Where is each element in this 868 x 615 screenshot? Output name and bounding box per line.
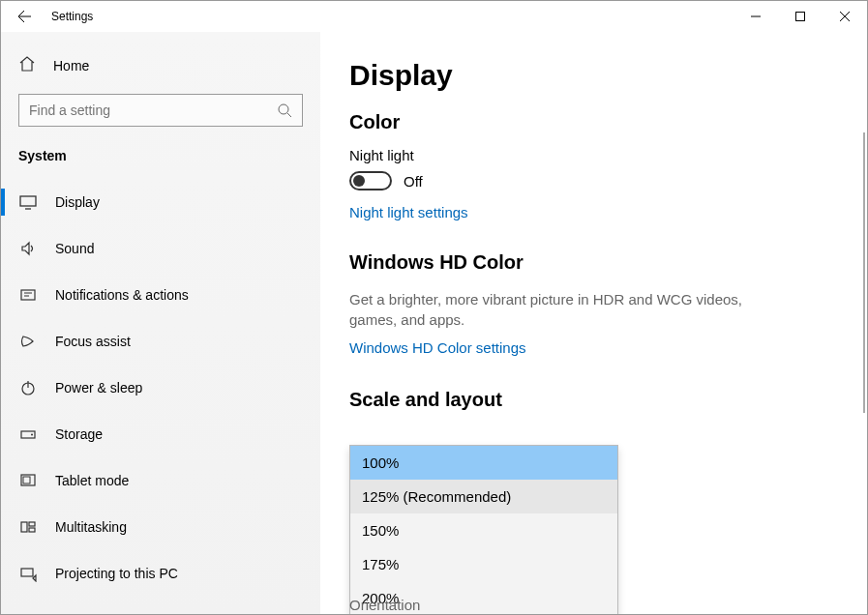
sidebar-item-label: Power & sleep [55, 380, 142, 395]
home-icon [18, 55, 36, 76]
sidebar-item-projecting[interactable]: Projecting to this PC [1, 550, 320, 597]
close-button[interactable] [823, 1, 867, 32]
hd-color-heading: Windows HD Color [349, 251, 828, 274]
display-icon [18, 192, 38, 212]
search-icon [278, 103, 292, 118]
storage-icon [18, 425, 38, 444]
svg-rect-13 [21, 522, 27, 532]
color-heading: Color [349, 111, 828, 133]
home-nav-item[interactable]: Home [1, 45, 320, 86]
night-light-state: Off [404, 173, 423, 190]
multitasking-icon [18, 517, 38, 537]
vertical-scrollbar[interactable] [863, 132, 865, 413]
page-title: Display [349, 59, 828, 92]
night-light-toggle-row: Off [349, 171, 828, 190]
search-input[interactable] [29, 102, 261, 118]
sidebar-nav-list: DisplaySoundNotifications & actionsFocus… [1, 179, 320, 597]
sidebar-item-focus[interactable]: Focus assist [1, 318, 320, 365]
sidebar-item-label: Sound [55, 241, 94, 256]
sidebar-item-power[interactable]: Power & sleep [1, 365, 320, 411]
hd-color-section: Windows HD Color Get a brighter, more vi… [349, 251, 828, 371]
sidebar-item-label: Storage [55, 426, 103, 442]
sidebar: Home System DisplaySoundNotifications & … [1, 32, 320, 614]
svg-rect-6 [21, 290, 35, 300]
scale-dropdown-open[interactable]: 100%125% (Recommended)150%175%200%225% [349, 445, 618, 614]
sidebar-item-label: Projecting to this PC [55, 566, 178, 581]
sidebar-item-multitasking[interactable]: Multitasking [1, 504, 320, 550]
maximize-button[interactable] [778, 1, 823, 32]
arrow-left-icon [16, 9, 32, 24]
main-panel: Display Color Night light Off Night ligh… [320, 32, 867, 614]
back-button[interactable] [1, 1, 47, 32]
svg-rect-1 [796, 13, 805, 21]
hd-color-settings-link[interactable]: Windows HD Color settings [349, 339, 526, 356]
night-light-label: Night light [349, 147, 828, 163]
scale-option[interactable]: 175% [350, 547, 617, 581]
sidebar-item-label: Tablet mode [55, 473, 129, 488]
orientation-label-partial: Orientation [349, 597, 420, 613]
svg-rect-14 [29, 522, 35, 526]
sidebar-item-notifications[interactable]: Notifications & actions [1, 272, 320, 318]
titlebar: Settings [1, 1, 867, 32]
sidebar-item-sound[interactable]: Sound [1, 225, 320, 272]
power-icon [18, 378, 38, 397]
sidebar-item-label: Focus assist [55, 334, 131, 349]
svg-point-10 [31, 434, 33, 436]
sound-icon [18, 239, 38, 258]
close-icon [840, 12, 850, 21]
home-label: Home [53, 58, 89, 73]
projecting-icon [18, 564, 38, 583]
scale-option[interactable]: 125% (Recommended) [350, 480, 617, 513]
sidebar-item-label: Multitasking [55, 519, 127, 535]
svg-rect-16 [21, 569, 33, 576]
scale-option[interactable]: 100% [350, 446, 617, 480]
svg-rect-12 [23, 477, 30, 483]
sidebar-item-storage[interactable]: Storage [1, 411, 320, 457]
search-box[interactable] [18, 94, 303, 127]
toggle-thumb [353, 175, 365, 187]
minimize-button[interactable] [733, 1, 778, 32]
svg-point-2 [279, 104, 288, 114]
maximize-icon [795, 12, 805, 21]
night-light-toggle[interactable] [349, 171, 392, 190]
scale-layout-section: Scale and layout [349, 389, 828, 411]
window-controls [733, 1, 867, 32]
sidebar-item-tablet[interactable]: Tablet mode [1, 457, 320, 504]
content-area: Home System DisplaySoundNotifications & … [1, 32, 867, 614]
sidebar-section-header: System [1, 144, 320, 179]
svg-rect-15 [29, 528, 35, 532]
sidebar-item-label: Display [55, 194, 100, 210]
focus-icon [18, 332, 38, 351]
svg-line-3 [287, 113, 291, 117]
night-light-settings-link[interactable]: Night light settings [349, 204, 468, 220]
hd-color-description: Get a brighter, more vibrant picture in … [349, 289, 775, 330]
minimize-icon [751, 12, 761, 21]
sidebar-item-label: Notifications & actions [55, 287, 189, 303]
svg-rect-4 [20, 196, 36, 206]
tablet-icon [18, 471, 38, 490]
window-title: Settings [51, 10, 93, 23]
scale-heading: Scale and layout [349, 389, 828, 411]
scale-option[interactable]: 150% [350, 513, 617, 547]
sidebar-item-display[interactable]: Display [1, 179, 320, 225]
notifications-icon [18, 285, 38, 305]
